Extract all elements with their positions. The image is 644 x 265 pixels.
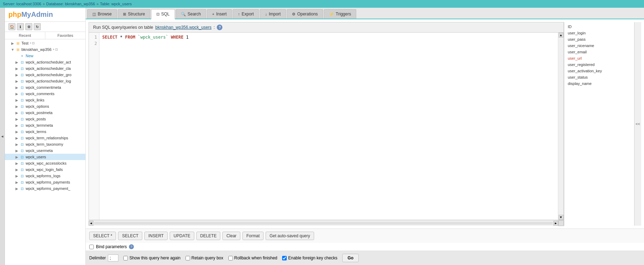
db-icon-bknskhan: ⊞ (15, 47, 20, 52)
tree-item-terms[interactable]: ▶ ⊡ wpck_terms (5, 128, 85, 135)
table-icon11: ⊡ (20, 123, 25, 128)
breadcrumb-database[interactable]: Database: bknskhan_wp356 (46, 2, 95, 6)
delimiter-input[interactable] (108, 254, 118, 261)
tab-recent[interactable]: Recent (5, 32, 45, 39)
tree-item-wpforms-logs[interactable]: ▶ ⊡ wpck_wpforms_logs (5, 173, 85, 179)
tab-export[interactable]: ↑ Export (233, 9, 259, 19)
tree-item-commentmeta[interactable]: ▶ ⊡ wpck_commentmeta (5, 84, 85, 91)
column-item-user-nicename[interactable]: user_nicename (564, 42, 634, 49)
tab-triggers[interactable]: ⚡ Triggers (324, 9, 357, 19)
tab-search[interactable]: 🔍 Search (176, 9, 206, 19)
home-icon[interactable]: 🏠 (8, 23, 15, 30)
tree-item-actionscheduler-act[interactable]: ▶ ⊡ wpck_actionscheduler_act (5, 59, 85, 65)
help-icon[interactable]: ? (217, 25, 222, 30)
button-row: SELECT * SELECT INSERT UPDATE DELETE Cle… (86, 228, 644, 243)
tree-action-icon[interactable]: + (30, 41, 31, 45)
column-item-user-pass[interactable]: user_pass (564, 36, 634, 42)
tree-item-wpforms-payment-2[interactable]: ▶ ⊡ wpck_wpforms_payment_ (5, 185, 85, 192)
info-icon[interactable]: ℹ (17, 23, 24, 30)
tree-item-comments[interactable]: ▶ ⊡ wpck_comments (5, 91, 85, 97)
tree-item-options[interactable]: ▶ ⊡ wpck_options (5, 103, 85, 110)
refresh-icon[interactable]: ↻ (34, 23, 41, 30)
tree-item-postmeta[interactable]: ▶ ⊡ wpck_postmeta (5, 110, 85, 116)
tree-item-actionscheduler-log[interactable]: ▶ ⊡ wpck_actionscheduler_log (5, 78, 85, 84)
db-action-icon2[interactable]: ⊡ (55, 48, 58, 51)
fk-checks-checkbox[interactable] (282, 256, 287, 260)
query-table-link[interactable]: bknskhan_wp356.wpck_users (155, 25, 212, 30)
tree-item-wpc-accesslocks[interactable]: ▶ ⊡ wpck_wpc_accesslocks (5, 160, 85, 166)
tab-sql[interactable]: ⊡ SQL (151, 9, 175, 19)
settings-icon[interactable]: ⚙ (25, 23, 32, 30)
tree-item-term-taxonomy[interactable]: ▶ ⊡ wpck_term_taxonomy (5, 141, 85, 147)
tree-item-posts[interactable]: ▶ ⊡ wpck_posts (5, 116, 85, 122)
column-item-id[interactable]: ID (564, 24, 634, 30)
tree-item-termmeta[interactable]: ▶ ⊡ wpck_termmeta (5, 122, 85, 128)
column-item-display-name[interactable]: display_name (564, 80, 634, 87)
go-button[interactable]: Go (342, 254, 359, 262)
tab-bar: ◫ Browse ⊞ Structure ⊡ SQL 🔍 Search + In… (86, 8, 644, 19)
column-item-user-status[interactable]: user_status (564, 74, 634, 80)
select-star-button[interactable]: SELECT * (89, 232, 116, 240)
insert-button[interactable]: INSERT (144, 232, 168, 240)
tree-toggle-test[interactable]: ▶ (11, 41, 15, 45)
tree-item-new[interactable]: + New (5, 53, 85, 59)
bind-parameters-help-icon[interactable]: ? (129, 244, 134, 249)
show-query-checkbox[interactable] (123, 256, 128, 260)
scroll-track-horizontal[interactable] (94, 222, 553, 225)
right-panel-toggle[interactable]: << (634, 22, 641, 226)
breadcrumb-sep2: » (96, 2, 98, 6)
tab-insert[interactable]: + Insert (207, 9, 232, 19)
tree-toggle-bknskhan[interactable]: ▼ (11, 47, 15, 52)
column-item-user-login[interactable]: user_login (564, 30, 634, 36)
get-auto-saved-button[interactable]: Get auto-saved query (266, 232, 314, 240)
retain-query-checkbox[interactable] (186, 256, 190, 260)
tab-operations[interactable]: ⚙ Operations (287, 9, 323, 19)
db-action-icon1[interactable]: + (53, 48, 54, 51)
tree-item-term-relationships[interactable]: ▶ ⊡ wpck_term_relationships (5, 135, 85, 141)
column-item-user-activation-key[interactable]: user_activation_key (564, 68, 634, 74)
select-button[interactable]: SELECT (118, 232, 142, 240)
breadcrumb-table[interactable]: Table: wpck_users (100, 2, 132, 6)
tree-item-links[interactable]: ▶ ⊡ wpck_links (5, 97, 85, 103)
rollback-checkbox[interactable] (228, 256, 233, 260)
scroll-right-arrow[interactable]: ► (553, 221, 558, 226)
tab-browse[interactable]: ◫ Browse (87, 9, 117, 19)
scroll-left-arrow[interactable]: ◄ (89, 221, 93, 226)
tree-item-usermeta[interactable]: ▶ ⊡ wpck_usermeta (5, 147, 85, 154)
tree-action-icon2[interactable]: ⊡ (32, 41, 35, 45)
tree-item-wpforms-payments[interactable]: ▶ ⊡ wpck_wpforms_payments (5, 179, 85, 185)
bind-parameters-checkbox[interactable] (89, 245, 94, 249)
update-button[interactable]: UPDATE (170, 232, 194, 240)
retain-query-option[interactable]: Retain query box (186, 256, 223, 260)
sql-editor[interactable]: SELECT * FROM `wpck_users` WHERE 1 (99, 33, 558, 220)
column-item-user-registered[interactable]: user_registered (564, 61, 634, 68)
query-section: Run SQL query/queries on table bknskhan_… (89, 22, 564, 226)
breadcrumb-server[interactable]: Server: localhost:3306 (3, 2, 41, 6)
tree-item-users[interactable]: ▶ ⊡ wpck_users (5, 154, 85, 160)
show-query-option[interactable]: Show this query here again (123, 256, 180, 260)
rollback-option[interactable]: Rollback when finished (228, 256, 278, 260)
scroll-down-arrow[interactable]: ▼ (559, 215, 564, 220)
show-query-label: Show this query here again (129, 256, 180, 260)
table-icon10: ⊡ (20, 117, 25, 121)
sql-container: Run SQL query/queries on table bknskhan_… (86, 19, 644, 228)
column-item-user-email[interactable]: user_email (564, 49, 634, 55)
tree-item-wpc-login-fails[interactable]: ▶ ⊡ wpck_wpc_login_fails (5, 166, 85, 173)
format-button[interactable]: Format (242, 232, 264, 240)
tab-structure[interactable]: ⊞ Structure (118, 9, 150, 19)
tab-import[interactable]: ↓ Import (260, 9, 286, 19)
export-icon: ↑ (238, 12, 240, 16)
tree-item-test[interactable]: ▶ ⊞ Test + ⊡ (5, 40, 85, 46)
retain-query-label: Retain query box (191, 256, 223, 260)
tree-item-actionscheduler-gro[interactable]: ▶ ⊡ wpck_actionscheduler_gro (5, 72, 85, 78)
scroll-up-arrow[interactable]: ▲ (559, 33, 564, 38)
fk-checks-option[interactable]: Enable foreign key checks (282, 256, 337, 260)
column-item-user-url[interactable]: user_url (564, 55, 634, 61)
tree-item-actionscheduler-cla[interactable]: ▶ ⊡ wpck_actionscheduler_cla (5, 65, 85, 72)
tree-item-db-bknskhan[interactable]: ▼ ⊞ bknskhan_wp356 + ⊡ (5, 46, 85, 53)
clear-button[interactable]: Clear (222, 232, 240, 240)
logo-php: php (8, 11, 21, 18)
delete-button[interactable]: DELETE (196, 232, 221, 240)
sidebar-collapse-button[interactable]: ◄ (0, 8, 5, 265)
tab-favorites[interactable]: Favorites (45, 32, 85, 39)
